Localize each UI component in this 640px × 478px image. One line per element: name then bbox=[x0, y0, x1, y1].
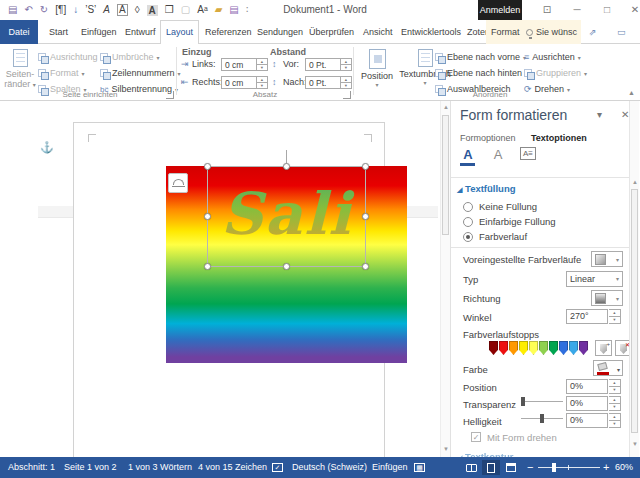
macro-record-icon[interactable]: ▦ bbox=[414, 463, 425, 472]
paragraph-dialog-launcher[interactable] bbox=[343, 91, 351, 99]
links-input[interactable]: 0 cm bbox=[221, 58, 257, 71]
radio-farbverlauf[interactable] bbox=[463, 232, 473, 242]
gradient-stop[interactable] bbox=[509, 341, 518, 355]
tab-format[interactable]: Format bbox=[486, 20, 525, 44]
status-section[interactable]: Abschnitt: 1 bbox=[8, 457, 55, 478]
radio-farbverlauf-label[interactable]: Farbverlauf bbox=[479, 231, 527, 242]
superscript-a-icon[interactable]: Aᵃ bbox=[197, 0, 207, 20]
copy-pages-icon[interactable]: ❐ bbox=[165, 0, 174, 20]
minimize-button[interactable]: ─ bbox=[566, 0, 588, 20]
vor-input[interactable]: 0 Pt. bbox=[305, 58, 341, 71]
ausrichtung-button[interactable]: Ausrichtung▾ bbox=[38, 50, 104, 64]
tab-referenzen[interactable]: Referenzen bbox=[200, 20, 257, 44]
brightness-slider-thumb[interactable] bbox=[540, 414, 544, 423]
radio-keine-fuellung-label[interactable]: Keine Füllung bbox=[479, 201, 537, 212]
seitenraender-button[interactable]: Seiten- ränder ▾ bbox=[2, 46, 38, 96]
ebene-nach-vorne-button[interactable]: Ebene nach vorne▾ bbox=[435, 50, 526, 64]
undo-icon[interactable]: ↶ bbox=[24, 0, 32, 20]
brightness-slider[interactable] bbox=[521, 414, 563, 423]
gradient-stop[interactable] bbox=[489, 341, 498, 355]
redo-icon[interactable]: ↻ bbox=[40, 0, 48, 20]
pane-scroll-thumb[interactable] bbox=[631, 189, 638, 433]
add-gradient-stop-button[interactable]: + bbox=[595, 340, 612, 356]
layout-options-button[interactable] bbox=[168, 173, 188, 193]
position-input[interactable]: 0% bbox=[566, 379, 608, 394]
text-fill-outline-icon[interactable]: A bbox=[457, 147, 479, 169]
italic-a-icon[interactable]: A bbox=[103, 0, 110, 20]
tab-sendungen[interactable]: Sendungen bbox=[252, 20, 308, 44]
bold-a-icon[interactable]: A bbox=[147, 5, 158, 16]
status-language[interactable]: Deutsch (Schweiz) bbox=[292, 457, 367, 478]
status-chars[interactable]: 4 von 15 Zeichen bbox=[198, 457, 267, 478]
transparency-input[interactable]: 0% bbox=[566, 396, 608, 411]
links-spinner[interactable]: ▴▾ bbox=[257, 58, 268, 71]
status-insert-mode[interactable]: Einfügen bbox=[372, 457, 408, 478]
ebene-nach-hinten-button[interactable]: Ebene nach hinten▾ bbox=[435, 66, 528, 80]
gradient-stop[interactable] bbox=[569, 341, 578, 355]
resize-handle-mid-left[interactable] bbox=[204, 213, 211, 220]
quotes-icon[interactable]: ’S’ bbox=[85, 0, 96, 20]
resize-handle-top-left[interactable] bbox=[204, 163, 211, 170]
position-button[interactable]: Position▾ bbox=[356, 46, 398, 96]
tab-einfuegen[interactable]: Einfügen bbox=[76, 20, 122, 44]
textbox-selection-border[interactable] bbox=[207, 166, 366, 267]
zoom-slider-thumb[interactable] bbox=[552, 463, 556, 472]
document-page[interactable]: Sali bbox=[73, 122, 385, 457]
textbox-layout-icon[interactable]: A≡ bbox=[517, 147, 539, 169]
preset-gradients-dropdown[interactable]: ▾ bbox=[591, 251, 623, 267]
tab-layout[interactable]: Layout bbox=[160, 20, 199, 44]
gradient-stop[interactable] bbox=[529, 341, 538, 355]
gradient-stops-bar[interactable] bbox=[489, 341, 589, 357]
pane-menu-icon[interactable]: ▾ bbox=[597, 109, 602, 120]
maximize-button[interactable]: □ bbox=[596, 0, 618, 20]
zoom-out-button[interactable]: − bbox=[527, 457, 533, 478]
tab-start[interactable]: Start bbox=[44, 20, 73, 44]
format-button[interactable]: Format▾ bbox=[38, 66, 85, 80]
rechts-spinner[interactable]: ▴▾ bbox=[257, 76, 268, 89]
brightness-input[interactable]: 0% bbox=[566, 413, 608, 428]
proofing-status-icon[interactable]: ✓ bbox=[272, 463, 283, 472]
gradient-stop[interactable] bbox=[499, 341, 508, 355]
zeilennummern-button[interactable]: Zeilennummern▾ bbox=[100, 66, 181, 80]
gradient-stop[interactable] bbox=[579, 341, 588, 355]
resize-handle-bottom-center[interactable] bbox=[283, 263, 290, 270]
ribbon-display-options-icon[interactable]: ⊡ bbox=[536, 0, 558, 20]
zoom-percentage[interactable]: 60% bbox=[615, 457, 633, 478]
ausrichten-button[interactable]: ≡Ausrichten▾ bbox=[524, 50, 581, 64]
angle-spinner[interactable]: ▴▾ bbox=[609, 309, 621, 324]
resize-handle-bottom-left[interactable] bbox=[204, 263, 211, 270]
position-spinner[interactable]: ▴▾ bbox=[609, 379, 621, 394]
close-button[interactable]: ✕ bbox=[624, 0, 640, 20]
share-icon[interactable]: ⇗ bbox=[584, 20, 602, 44]
gradient-stop[interactable] bbox=[549, 341, 558, 355]
radio-keine-fuellung[interactable] bbox=[463, 202, 473, 212]
tab-entwicklertools[interactable]: Entwicklertools bbox=[396, 20, 466, 44]
qat-overflow-icon[interactable]: ∶ bbox=[246, 0, 249, 20]
save-icon[interactable]: ▤ bbox=[8, 0, 17, 20]
tab-textoptionen[interactable]: Textoptionen bbox=[531, 133, 587, 143]
web-layout-icon[interactable] bbox=[502, 460, 520, 475]
direction-dropdown[interactable]: ▾ bbox=[591, 290, 623, 306]
tab-formoptionen[interactable]: Formoptionen bbox=[460, 133, 516, 143]
ink-tool-icon[interactable]: ◊ bbox=[135, 0, 140, 20]
pane-scrollbar[interactable]: ▲ ▼ bbox=[629, 101, 639, 457]
collapse-ribbon-icon[interactable]: ▲ bbox=[628, 89, 635, 96]
brightness-spinner[interactable]: ▴▾ bbox=[609, 413, 621, 428]
nach-spinner[interactable]: ▴▾ bbox=[341, 76, 352, 89]
pane-scroll-down-icon[interactable]: ▼ bbox=[630, 441, 640, 447]
resize-handle-top-right[interactable] bbox=[362, 163, 369, 170]
document-scroll-thumb[interactable] bbox=[442, 115, 449, 235]
formatting-marks-icon[interactable]: [¶] bbox=[55, 0, 66, 20]
transparency-slider-thumb[interactable] bbox=[521, 397, 525, 406]
rotate-with-shape-checkbox[interactable]: ✓ bbox=[471, 432, 481, 442]
color-picker-button[interactable]: ▾ bbox=[593, 360, 623, 376]
boxed-a-icon[interactable]: A bbox=[117, 4, 128, 16]
sign-in-button[interactable]: Anmelden bbox=[478, 0, 522, 20]
pane-scroll-up-icon[interactable]: ▲ bbox=[630, 179, 640, 185]
nach-input[interactable]: 0 Pt. bbox=[305, 76, 341, 89]
gradient-stop[interactable] bbox=[539, 341, 548, 355]
vor-spinner[interactable]: ▴▾ bbox=[341, 58, 352, 71]
rotate-with-shape-label[interactable]: Mit Form drehen bbox=[487, 432, 557, 443]
rechts-input[interactable]: 0 cm bbox=[221, 76, 257, 89]
drehen-button[interactable]: ⟳Drehen▾ bbox=[524, 82, 570, 96]
